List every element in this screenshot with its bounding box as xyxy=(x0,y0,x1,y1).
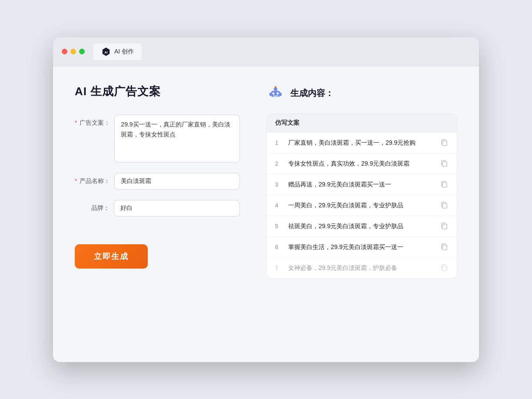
browser-window: AI AI 创作 AI 生成广告文案 * 广告文案： 29.9买一送一，真正的厂… xyxy=(53,37,479,362)
result-table: 仿写文案 1 厂家直销，美白淡斑霜，买一送一，29.9元抢购 2 专抹女性斑点，… xyxy=(266,113,457,279)
row-num: 2 xyxy=(275,160,282,167)
svg-rect-13 xyxy=(442,183,447,187)
copy-icon[interactable] xyxy=(440,243,448,251)
row-text: 赠品再送，29.9元美白淡斑霜买一送一 xyxy=(288,180,434,189)
copy-icon[interactable] xyxy=(440,180,448,188)
brand-label: 品牌： xyxy=(75,200,110,212)
copy-icon[interactable] xyxy=(440,160,448,167)
brand-group: 品牌： xyxy=(75,200,240,216)
row-num: 7 xyxy=(275,265,282,271)
product-name-label: * 产品名称： xyxy=(75,173,110,185)
table-row: 7 女神必备，29.9元美白淡斑霜，护肤必备 xyxy=(266,257,457,278)
ai-tab[interactable]: AI AI 创作 xyxy=(93,43,142,60)
ad-copy-label: * 广告文案： xyxy=(75,115,110,127)
copy-icon[interactable] xyxy=(440,264,448,272)
svg-rect-14 xyxy=(442,203,447,208)
row-num: 6 xyxy=(275,244,282,250)
required-star-2: * xyxy=(75,177,77,184)
table-row: 6 掌握美白生活，29.9元美白淡斑霜买一送一 xyxy=(266,236,457,257)
right-panel: 生成内容： 仿写文案 1 厂家直销，美白淡斑霜，买一送一，29.9元抢购 2 专… xyxy=(266,84,457,345)
maximize-button[interactable] xyxy=(79,49,85,54)
table-row: 1 厂家直销，美白淡斑霜，买一送一，29.9元抢购 xyxy=(266,132,457,153)
copy-icon[interactable] xyxy=(440,222,448,230)
svg-rect-12 xyxy=(442,162,447,166)
row-text: 女神必备，29.9元美白淡斑霜，护肤必备 xyxy=(288,263,434,273)
svg-point-6 xyxy=(273,92,275,94)
product-name-group: * 产品名称： xyxy=(75,173,240,190)
svg-rect-8 xyxy=(273,96,278,96)
left-panel: AI 生成广告文案 * 广告文案： 29.9买一送一，真正的厂家直销，美白淡斑霜… xyxy=(75,84,240,345)
ai-tab-icon: AI xyxy=(101,47,111,57)
table-row: 4 一周美白，29.9元美白淡斑霜，专业护肤品 xyxy=(266,195,457,216)
row-num: 5 xyxy=(275,223,282,229)
svg-rect-16 xyxy=(442,245,447,250)
row-text: 专抹女性斑点，真实功效，29.9元美白淡斑霜 xyxy=(288,159,434,168)
row-num: 4 xyxy=(275,202,282,209)
row-text: 祛斑美白，29.9元美白淡斑霜，专业护肤品 xyxy=(288,222,434,231)
required-star-1: * xyxy=(75,119,77,126)
table-row: 3 赠品再送，29.9元美白淡斑霜买一送一 xyxy=(266,174,457,195)
row-text: 掌握美白生活，29.9元美白淡斑霜买一送一 xyxy=(288,243,434,252)
svg-point-10 xyxy=(275,86,276,88)
minimize-button[interactable] xyxy=(70,49,76,54)
row-num: 3 xyxy=(275,181,282,188)
table-header: 仿写文案 xyxy=(266,114,457,132)
traffic-lights xyxy=(62,49,85,54)
copy-icon[interactable] xyxy=(440,139,448,146)
result-header: 生成内容： xyxy=(266,84,457,103)
page-title: AI 生成广告文案 xyxy=(75,84,240,99)
close-button[interactable] xyxy=(62,49,67,54)
ad-copy-group: * 广告文案： 29.9买一送一，真正的厂家直销，美白淡斑霜，专抹女性斑点 xyxy=(75,115,240,163)
generate-button[interactable]: 立即生成 xyxy=(75,244,148,269)
svg-rect-4 xyxy=(269,93,271,96)
title-bar: AI AI 创作 xyxy=(53,37,479,66)
ad-copy-input[interactable]: 29.9买一送一，真正的厂家直销，美白淡斑霜，专抹女性斑点 xyxy=(114,115,240,163)
brand-input[interactable] xyxy=(114,200,240,216)
svg-rect-11 xyxy=(442,141,447,146)
content-area: AI 生成广告文案 * 广告文案： 29.9买一送一，真正的厂家直销，美白淡斑霜… xyxy=(53,66,479,362)
svg-rect-17 xyxy=(442,266,447,271)
svg-rect-5 xyxy=(280,93,282,96)
table-row: 5 祛斑美白，29.9元美白淡斑霜，专业护肤品 xyxy=(266,216,457,236)
row-num: 1 xyxy=(275,140,282,146)
product-name-input[interactable] xyxy=(114,173,240,190)
tab-title: AI 创作 xyxy=(114,48,134,56)
table-row: 2 专抹女性斑点，真实功效，29.9元美白淡斑霜 xyxy=(266,153,457,174)
row-text: 厂家直销，美白淡斑霜，买一送一，29.9元抢购 xyxy=(288,138,434,147)
result-title: 生成内容： xyxy=(290,87,334,99)
svg-text:AI: AI xyxy=(104,50,107,54)
copy-icon[interactable] xyxy=(440,201,448,209)
svg-rect-15 xyxy=(442,224,447,229)
robot-icon xyxy=(266,84,285,103)
row-text: 一周美白，29.9元美白淡斑霜，专业护肤品 xyxy=(288,201,434,210)
svg-point-7 xyxy=(277,92,279,94)
